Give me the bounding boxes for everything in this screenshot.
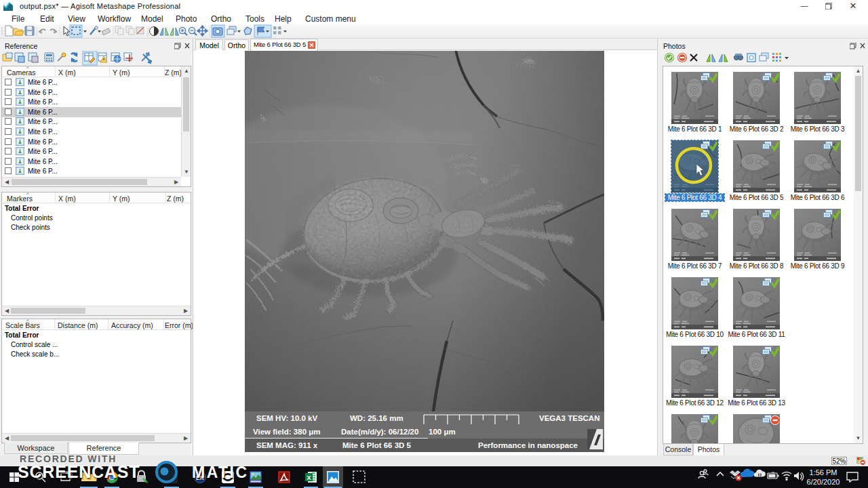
svg-text:SEM HV: 10.0 kV: SEM HV: 10.0 kV [256, 414, 317, 422]
svg-text:X: X [307, 474, 311, 481]
svg-text:Mite 6 Plot 66 3D 5: Mite 6 Plot 66 3D 5 [342, 441, 412, 449]
svg-text:WD: 25.16 mm: WD: 25.16 mm [350, 414, 403, 422]
svg-text:VEGA3 TESCAN: VEGA3 TESCAN [539, 414, 599, 422]
svg-text:Date(m/d/y): 06/12/20: Date(m/d/y): 06/12/20 [341, 428, 418, 436]
svg-text:100 μm: 100 μm [429, 428, 456, 436]
svg-text:View field: 380 μm: View field: 380 μm [253, 428, 321, 436]
svg-text:Performance in nanospace: Performance in nanospace [478, 441, 578, 449]
svg-text:SEM MAG: 911 x: SEM MAG: 911 x [256, 441, 318, 449]
